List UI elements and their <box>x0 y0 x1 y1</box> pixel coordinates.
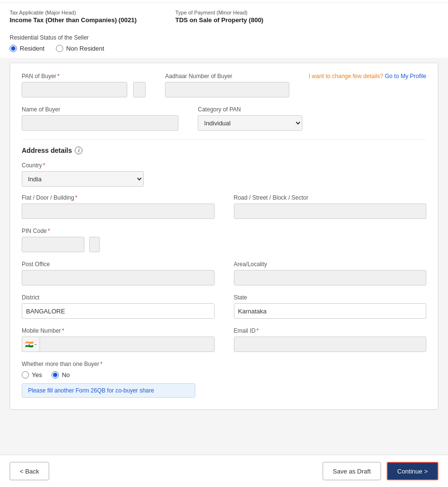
address-section-title: Address details i <box>22 147 426 154</box>
save-draft-label: Save as Draft <box>333 468 371 475</box>
yes-label: Yes <box>32 371 42 379</box>
aadhaar-input[interactable] <box>165 82 289 97</box>
flat-label: Flat / Door / Building* <box>22 194 215 201</box>
no-option[interactable]: No <box>52 371 70 379</box>
mobile-group: Mobile Number* 🇮🇳 - <box>22 327 215 352</box>
address-title-text: Address details <box>22 147 72 154</box>
mobile-input[interactable] <box>40 337 215 352</box>
flat-group: Flat / Door / Building* <box>22 194 215 219</box>
name-buyer-group: Name of Buyer <box>22 106 178 131</box>
country-select[interactable]: India <box>22 171 144 187</box>
mobile-code-dash: - <box>35 341 37 348</box>
mobile-country-code[interactable]: 🇮🇳 - <box>22 337 40 352</box>
resident-option[interactable]: Resident <box>10 45 44 52</box>
area-input[interactable] <box>234 270 427 285</box>
state-input[interactable] <box>234 303 427 319</box>
road-group: Road / Street / Block / Sector <box>234 194 427 219</box>
country-required-marker: * <box>43 162 45 169</box>
mobile-label: Mobile Number* <box>22 327 215 334</box>
aadhaar-group: Aadhaar Number of Buyer <box>165 73 289 97</box>
info-banner: Please fill another Form 26QB for co-buy… <box>22 383 195 398</box>
back-button[interactable]: < Back <box>10 462 49 480</box>
residential-status-radio-group: Resident Non Resident <box>10 45 438 52</box>
pan-verify-button[interactable] <box>133 82 146 97</box>
minor-head-label: Type of Payment (Minor Head) <box>175 10 263 15</box>
resident-radio[interactable] <box>10 45 17 52</box>
major-head-label: Tax Applicable (Major Head) <box>10 10 136 15</box>
major-head-group: Tax Applicable (Major Head) Income Tax (… <box>10 10 136 24</box>
country-row: Country* India <box>22 162 426 187</box>
road-label: Road / Street / Block / Sector <box>234 194 427 201</box>
mobile-input-row: 🇮🇳 - <box>22 337 215 352</box>
post-area-row: Post Office Area/Locality <box>22 261 426 285</box>
post-office-group: Post Office <box>22 261 215 285</box>
mobile-required-marker: * <box>62 327 64 334</box>
whether-more-radios: Yes No <box>22 371 426 379</box>
non-resident-label: Non Resident <box>66 45 104 52</box>
top-meta: Tax Applicable (Major Head) Income Tax (… <box>0 3 448 29</box>
address-info-icon[interactable]: i <box>75 147 82 154</box>
state-group: State <box>234 294 427 319</box>
whether-more-section: Whether more than one Buyer* Yes No Plea… <box>22 361 426 398</box>
flat-input[interactable] <box>22 203 215 219</box>
country-group: Country* India <box>22 162 144 187</box>
district-label: District <box>22 294 215 301</box>
non-resident-option[interactable]: Non Resident <box>56 45 104 52</box>
name-buyer-input[interactable] <box>22 115 178 131</box>
save-draft-button[interactable]: Save as Draft <box>323 462 381 480</box>
info-banner-text: Please fill another Form 26QB for co-buy… <box>28 387 154 394</box>
go-to-profile-link[interactable]: Go to My Profile <box>385 73 426 80</box>
pin-lookup-button[interactable] <box>89 237 100 252</box>
pin-label: PIN Code* <box>22 228 180 234</box>
district-input[interactable] <box>22 303 215 319</box>
pin-row: PIN Code* <box>22 228 426 252</box>
continue-label: Continue > <box>397 468 428 475</box>
pan-aadhaar-row: PAN of Buyer* Aadhaar Number of Buyer I … <box>22 73 426 97</box>
yes-radio[interactable] <box>22 371 29 379</box>
pan-required-marker: * <box>57 73 60 80</box>
area-label: Area/Locality <box>234 261 427 268</box>
meta-row: Tax Applicable (Major Head) Income Tax (… <box>10 10 438 24</box>
district-group: District <box>22 294 215 319</box>
no-label: No <box>62 371 70 379</box>
mobile-email-row: Mobile Number* 🇮🇳 - Email ID* <box>22 327 426 352</box>
email-label: Email ID* <box>234 327 427 334</box>
pin-group: PIN Code* <box>22 228 180 252</box>
no-radio[interactable] <box>52 371 59 379</box>
category-pan-label: Category of PAN <box>198 106 302 113</box>
pin-required-marker: * <box>48 228 50 234</box>
page-wrapper: Tax Applicable (Major Head) Income Tax (… <box>0 0 448 487</box>
flat-road-row: Flat / Door / Building* Road / Street / … <box>22 194 426 219</box>
india-flag: 🇮🇳 <box>25 340 33 348</box>
back-label: < Back <box>20 468 39 475</box>
minor-head-value: TDS on Sale of Property (800) <box>175 16 263 24</box>
residential-status-section: Residential Status of the Seller Residen… <box>0 29 448 58</box>
post-office-label: Post Office <box>22 261 215 268</box>
main-content: PAN of Buyer* Aadhaar Number of Buyer I … <box>0 58 448 455</box>
category-pan-select[interactable]: Individual <box>198 115 302 131</box>
minor-head-group: Type of Payment (Minor Head) TDS on Sale… <box>175 10 263 24</box>
category-pan-group: Category of PAN Individual <box>198 106 302 131</box>
pin-input[interactable] <box>22 237 84 252</box>
pan-buyer-group: PAN of Buyer* <box>22 73 146 97</box>
district-state-row: District State <box>22 294 426 319</box>
footer-bar: < Back Save as Draft Continue > <box>0 455 448 487</box>
profile-link-group: I want to change few details? Go to My P… <box>309 73 426 84</box>
pan-buyer-label: PAN of Buyer* <box>22 73 146 80</box>
residential-status-label: Residential Status of the Seller <box>10 34 438 41</box>
email-required-marker: * <box>257 327 259 334</box>
email-group: Email ID* <box>234 327 427 352</box>
continue-button[interactable]: Continue > <box>387 462 438 480</box>
email-input[interactable] <box>234 337 427 352</box>
yes-option[interactable]: Yes <box>22 371 42 379</box>
flat-required-marker: * <box>75 194 78 201</box>
area-group: Area/Locality <box>234 261 427 285</box>
state-label: State <box>234 294 427 301</box>
non-resident-radio[interactable] <box>56 45 63 52</box>
road-input[interactable] <box>234 203 427 219</box>
form-card: PAN of Buyer* Aadhaar Number of Buyer I … <box>10 63 438 410</box>
post-office-input[interactable] <box>22 270 215 285</box>
pan-buyer-input[interactable] <box>22 82 127 97</box>
divider-1 <box>22 139 426 140</box>
footer-right: Save as Draft Continue > <box>323 462 438 480</box>
